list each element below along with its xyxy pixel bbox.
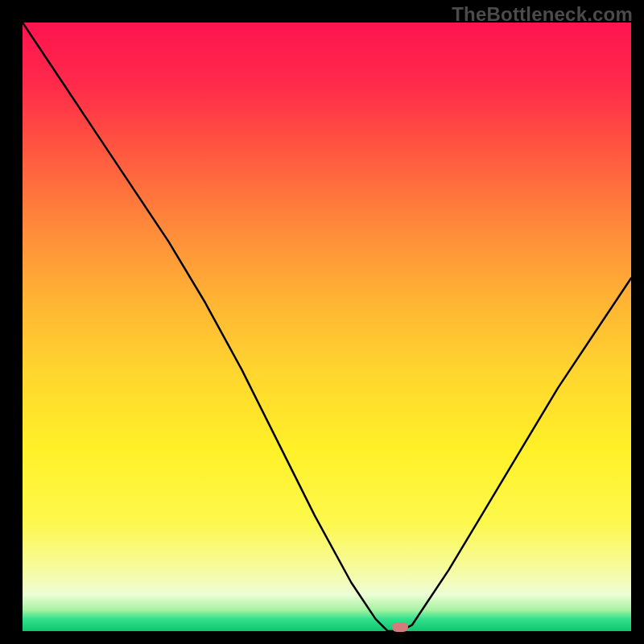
chart-frame: TheBottleneck.com: [0, 0, 644, 644]
minimum-marker: [392, 622, 408, 632]
plot-gradient-background: [23, 23, 631, 631]
watermark-text: TheBottleneck.com: [452, 3, 633, 26]
